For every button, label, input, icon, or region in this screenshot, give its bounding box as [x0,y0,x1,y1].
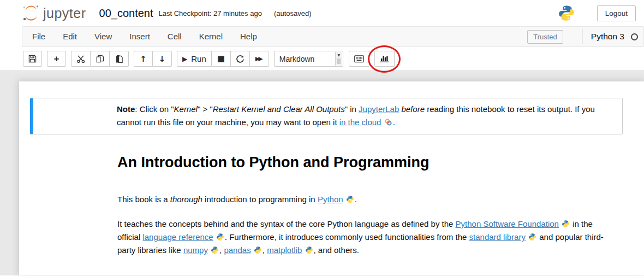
python-icon [211,246,219,254]
bar-chart-icon [380,55,389,63]
scissors-icon [76,55,85,63]
notebook-title[interactable]: 00_content [99,7,153,20]
menubar: FileEditViewInsertCellKernelHelp Trusted… [22,26,644,47]
menu-item-kernel[interactable]: Kernel [190,27,231,46]
fast-forward-icon: ▶▶ [255,55,263,62]
note-alert-box: Note: Click on "Kernel" > "Restart Kerne… [30,98,623,134]
autosave-status: (autosaved) [274,9,312,17]
bar-chart-button[interactable] [374,51,395,67]
restart-icon [236,55,245,63]
jupyter-logo[interactable]: jupyter [22,4,86,22]
interrupt-kernel-button[interactable]: ■ [212,51,231,67]
python-icon [305,246,313,254]
link-matplotlib[interactable]: matplotlib [267,245,302,255]
cell-type-value: Markdown [279,55,315,63]
select-arrow-strip[interactable]: ▼ [335,52,342,66]
notebook-container: Note: Click on "Kernel" > "Restart Kerne… [19,81,644,275]
cell-type-select[interactable]: Markdown ▼ [274,51,343,67]
move-cell-up-button[interactable]: ↑ [134,51,153,67]
binder-icon [384,118,392,126]
toolbar: + [0,47,644,71]
python-kernel-logo-icon [558,4,575,22]
jupyter-logo-icon [22,4,40,22]
run-icon: ▶ [182,55,187,63]
link-language-reference[interactable]: language reference [142,232,213,242]
copy-icon [96,55,104,63]
paragraph-2: It teaches the concepts behind and the s… [117,218,611,257]
link-numpy[interactable]: numpy [183,245,208,255]
menu-item-edit[interactable]: Edit [54,27,86,46]
link-in-the-cloud[interactable]: in the cloud [339,118,384,127]
restart-run-all-button[interactable]: ▶▶ [250,51,269,67]
python-icon [254,246,262,254]
python-icon [216,233,224,241]
menu-item-insert[interactable]: Insert [121,27,159,46]
python-icon [346,195,354,203]
markdown-cell[interactable]: An Introduction to Python and Programmin… [19,154,644,257]
jupyter-logo-text: jupyter [43,5,86,21]
link-pandas[interactable]: pandas [224,245,251,255]
link-python[interactable]: Python [318,195,343,204]
italic-text: Kernel [174,104,198,114]
menu-items: FileEditViewInsertCellKernelHelp [23,27,266,46]
menu-item-file[interactable]: File [23,27,54,46]
python-icon [528,233,536,241]
select-scroll-handle [337,58,341,64]
italic-text: thorough [170,195,202,204]
menu-item-view[interactable]: View [86,27,121,46]
python-icon [562,220,570,228]
save-button[interactable] [23,51,42,67]
menu-item-help[interactable]: Help [231,27,266,46]
save-icon [28,55,37,63]
menu-item-cell[interactable]: Cell [159,27,190,46]
link-jupyterlab[interactable]: JupyterLab [359,104,399,114]
run-label: Run [191,54,206,63]
plus-icon: + [54,54,59,64]
paragraph-1: This book is a thorough introduction to … [117,193,611,206]
dropdown-arrow-icon: ▼ [337,53,340,57]
italic-text: Restart Kernel and Clear All Outputs [213,104,345,114]
trusted-badge[interactable]: Trusted [527,30,563,44]
cell-heading: An Introduction to Python and Programmin… [117,154,611,171]
kernel-name: Python 3 [591,32,624,42]
run-button[interactable]: ▶ Run [177,51,212,67]
paste-cells-button[interactable] [110,51,129,67]
insert-cell-below-button[interactable]: + [47,51,66,67]
keyboard-icon [354,55,364,63]
header: jupyter 00_content Last Checkpoint: 27 m… [0,0,644,26]
arrow-up-icon: ↑ [140,54,147,64]
restart-kernel-button[interactable] [231,51,250,67]
italic-text: before [401,104,425,114]
bold-text: Note [117,104,135,114]
paste-icon [115,55,123,63]
link-standard-library[interactable]: standard library [469,232,526,242]
arrow-down-icon: ↓ [159,54,166,64]
kernel-divider [582,29,582,44]
kernel-idle-indicator-icon [631,33,638,40]
copy-cells-button[interactable] [91,51,110,67]
logout-button[interactable]: Logout [597,5,636,21]
command-palette-button[interactable] [349,51,369,67]
move-cell-down-button[interactable]: ↓ [153,51,172,67]
checkpoint-text: Last Checkpoint: 27 minutes ago [159,9,262,17]
stop-icon: ■ [217,55,225,63]
cut-cells-button[interactable] [71,51,91,67]
notebook-area: Note: Click on "Kernel" > "Restart Kerne… [0,71,644,275]
link-python-software-foundation[interactable]: Python Software Foundation [456,219,559,228]
